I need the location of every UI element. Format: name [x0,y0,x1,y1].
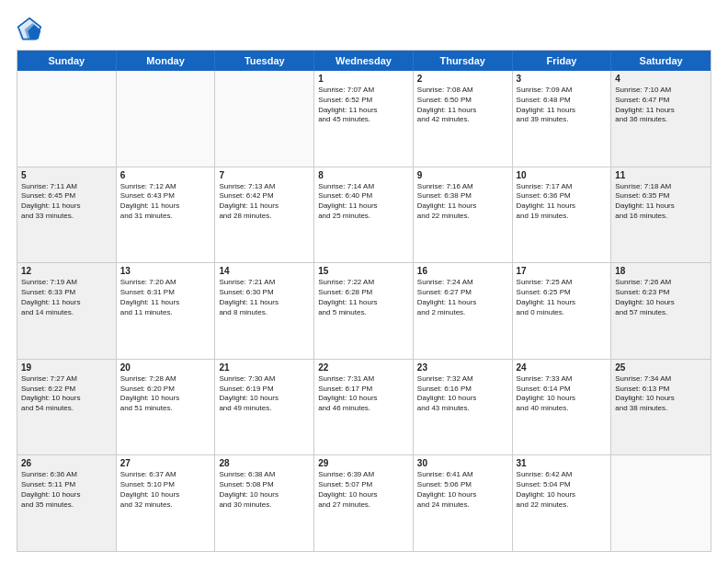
calendar-cell-2-4: 8Sunrise: 7:14 AMSunset: 6:40 PMDaylight… [314,167,414,263]
page: SundayMondayTuesdayWednesdayThursdayFrid… [0,0,728,563]
day-number: 5 [21,170,112,180]
cell-text: Sunrise: 7:09 AMSunset: 6:48 PMDaylight:… [517,86,608,125]
calendar-cell-4-4: 22Sunrise: 7:31 AMSunset: 6:17 PMDayligh… [314,360,414,455]
logo [17,17,46,42]
cell-text: Sunrise: 7:25 AMSunset: 6:25 PMDaylight:… [517,278,608,317]
day-number: 14 [219,266,310,276]
day-number: 18 [615,266,707,276]
calendar-row-4: 19Sunrise: 7:27 AMSunset: 6:22 PMDayligh… [17,359,711,455]
cell-text: Sunrise: 7:33 AMSunset: 6:14 PMDaylight:… [517,374,608,414]
calendar-cell-2-5: 9Sunrise: 7:16 AMSunset: 6:38 PMDaylight… [414,167,513,263]
calendar-cell-1-6: 3Sunrise: 7:09 AMSunset: 6:48 PMDaylight… [513,71,612,167]
header-day-tuesday: Tuesday [215,51,314,71]
day-number: 31 [517,458,608,468]
calendar-cell-2-6: 10Sunrise: 7:17 AMSunset: 6:36 PMDayligh… [513,167,612,263]
calendar-row-5: 26Sunrise: 6:36 AMSunset: 5:11 PMDayligh… [17,454,711,551]
header-day-sunday: Sunday [17,51,117,71]
calendar-cell-3-2: 13Sunrise: 7:20 AMSunset: 6:31 PMDayligh… [117,263,216,359]
day-number: 8 [318,170,409,180]
header-day-monday: Monday [117,51,216,71]
calendar-cell-1-7: 4Sunrise: 7:10 AMSunset: 6:47 PMDaylight… [611,71,711,167]
calendar-cell-5-1: 26Sunrise: 6:36 AMSunset: 5:11 PMDayligh… [17,455,117,551]
day-number: 27 [120,458,211,468]
calendar-cell-2-1: 5Sunrise: 7:11 AMSunset: 6:45 PMDaylight… [17,167,117,263]
cell-text: Sunrise: 7:32 AMSunset: 6:16 PMDaylight:… [417,374,508,414]
calendar-cell-1-4: 1Sunrise: 7:07 AMSunset: 6:52 PMDaylight… [314,71,414,167]
cell-text: Sunrise: 7:27 AMSunset: 6:22 PMDaylight:… [21,374,112,414]
day-number: 28 [219,458,310,468]
calendar-cell-5-3: 28Sunrise: 6:38 AMSunset: 5:08 PMDayligh… [215,455,314,551]
cell-text: Sunrise: 7:08 AMSunset: 6:50 PMDaylight:… [417,86,508,125]
cell-text: Sunrise: 7:20 AMSunset: 6:31 PMDaylight:… [120,278,211,317]
header-day-wednesday: Wednesday [314,51,414,71]
day-number: 3 [517,74,608,84]
day-number: 16 [417,266,508,276]
calendar-row-2: 5Sunrise: 7:11 AMSunset: 6:45 PMDaylight… [17,167,711,263]
day-number: 19 [21,362,112,373]
cell-text: Sunrise: 7:17 AMSunset: 6:36 PMDaylight:… [517,182,608,222]
cell-text: Sunrise: 7:10 AMSunset: 6:47 PMDaylight:… [615,86,707,125]
calendar-cell-5-2: 27Sunrise: 6:37 AMSunset: 5:10 PMDayligh… [117,455,216,551]
calendar-cell-5-4: 29Sunrise: 6:39 AMSunset: 5:07 PMDayligh… [314,455,414,551]
calendar-cell-3-6: 17Sunrise: 7:25 AMSunset: 6:25 PMDayligh… [513,263,612,359]
cell-text: Sunrise: 6:37 AMSunset: 5:10 PMDaylight:… [120,470,211,510]
cell-text: Sunrise: 7:12 AMSunset: 6:43 PMDaylight:… [120,182,211,222]
cell-text: Sunrise: 7:26 AMSunset: 6:23 PMDaylight:… [615,278,707,317]
cell-text: Sunrise: 7:14 AMSunset: 6:40 PMDaylight:… [318,182,409,222]
cell-text: Sunrise: 7:11 AMSunset: 6:45 PMDaylight:… [21,182,112,222]
calendar-cell-5-6: 31Sunrise: 6:42 AMSunset: 5:04 PMDayligh… [513,455,612,551]
cell-text: Sunrise: 7:19 AMSunset: 6:33 PMDaylight:… [21,278,112,317]
day-number: 7 [219,170,310,180]
calendar-header: SundayMondayTuesdayWednesdayThursdayFrid… [17,51,711,71]
day-number: 10 [517,170,608,180]
day-number: 13 [120,266,211,276]
calendar-cell-3-5: 16Sunrise: 7:24 AMSunset: 6:27 PMDayligh… [414,263,513,359]
cell-text: Sunrise: 7:31 AMSunset: 6:17 PMDaylight:… [318,374,409,414]
day-number: 20 [120,362,211,373]
cell-text: Sunrise: 6:42 AMSunset: 5:04 PMDaylight:… [517,470,608,510]
calendar-cell-3-3: 14Sunrise: 7:21 AMSunset: 6:30 PMDayligh… [215,263,314,359]
calendar-cell-4-2: 20Sunrise: 7:28 AMSunset: 6:20 PMDayligh… [117,360,216,455]
calendar-cell-1-1 [17,71,117,167]
day-number: 6 [120,170,211,180]
header-day-saturday: Saturday [611,51,711,71]
day-number: 23 [417,362,508,373]
header-day-thursday: Thursday [414,51,513,71]
calendar-row-1: 1Sunrise: 7:07 AMSunset: 6:52 PMDaylight… [17,71,711,167]
day-number: 15 [318,266,409,276]
day-number: 12 [21,266,112,276]
cell-text: Sunrise: 7:34 AMSunset: 6:13 PMDaylight:… [615,374,707,414]
cell-text: Sunrise: 7:22 AMSunset: 6:28 PMDaylight:… [318,278,409,317]
calendar-cell-1-3 [215,71,314,167]
calendar-cell-4-6: 24Sunrise: 7:33 AMSunset: 6:14 PMDayligh… [513,360,612,455]
cell-text: Sunrise: 7:24 AMSunset: 6:27 PMDaylight:… [417,278,508,317]
calendar-cell-4-7: 25Sunrise: 7:34 AMSunset: 6:13 PMDayligh… [611,360,711,455]
calendar-cell-5-7 [611,455,711,551]
calendar-cell-2-7: 11Sunrise: 7:18 AMSunset: 6:35 PMDayligh… [611,167,711,263]
cell-text: Sunrise: 7:28 AMSunset: 6:20 PMDaylight:… [120,374,211,414]
calendar-cell-5-5: 30Sunrise: 6:41 AMSunset: 5:06 PMDayligh… [414,455,513,551]
logo-icon [17,17,42,42]
day-number: 4 [615,74,707,84]
cell-text: Sunrise: 7:18 AMSunset: 6:35 PMDaylight:… [615,182,707,222]
calendar-cell-2-3: 7Sunrise: 7:13 AMSunset: 6:42 PMDaylight… [215,167,314,263]
cell-text: Sunrise: 6:41 AMSunset: 5:06 PMDaylight:… [417,470,508,510]
calendar-cell-4-1: 19Sunrise: 7:27 AMSunset: 6:22 PMDayligh… [17,360,117,455]
calendar-row-3: 12Sunrise: 7:19 AMSunset: 6:33 PMDayligh… [17,262,711,359]
cell-text: Sunrise: 6:36 AMSunset: 5:11 PMDaylight:… [21,470,112,510]
calendar: SundayMondayTuesdayWednesdayThursdayFrid… [17,50,711,552]
calendar-cell-1-5: 2Sunrise: 7:08 AMSunset: 6:50 PMDaylight… [414,71,513,167]
cell-text: Sunrise: 7:21 AMSunset: 6:30 PMDaylight:… [219,278,310,317]
calendar-cell-4-3: 21Sunrise: 7:30 AMSunset: 6:19 PMDayligh… [215,360,314,455]
day-number: 11 [615,170,707,180]
day-number: 26 [21,458,112,468]
cell-text: Sunrise: 6:39 AMSunset: 5:07 PMDaylight:… [318,470,409,510]
calendar-cell-1-2 [117,71,216,167]
day-number: 24 [517,362,608,373]
day-number: 25 [615,362,707,373]
day-number: 21 [219,362,310,373]
cell-text: Sunrise: 7:30 AMSunset: 6:19 PMDaylight:… [219,374,310,414]
day-number: 30 [417,458,508,468]
calendar-cell-3-1: 12Sunrise: 7:19 AMSunset: 6:33 PMDayligh… [17,263,117,359]
calendar-cell-3-4: 15Sunrise: 7:22 AMSunset: 6:28 PMDayligh… [314,263,414,359]
